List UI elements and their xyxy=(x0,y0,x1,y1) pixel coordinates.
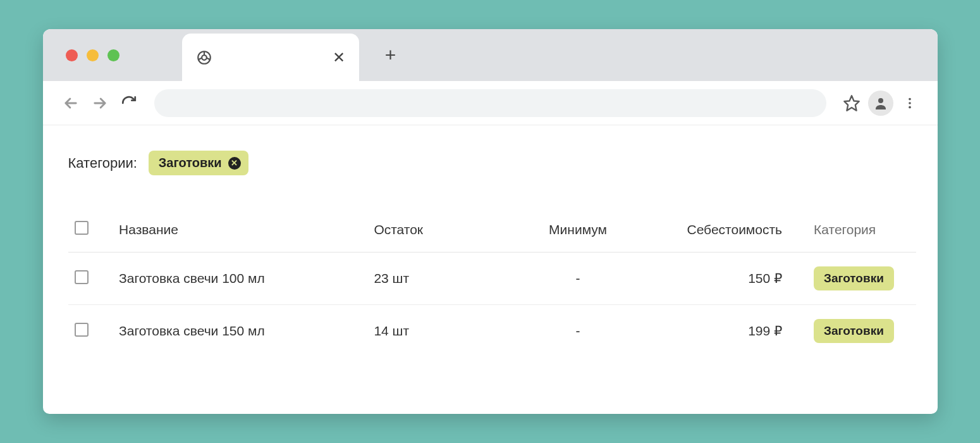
address-bar[interactable] xyxy=(154,89,826,117)
svg-point-3 xyxy=(878,98,883,103)
page-content: Категории: Заготовки ✕ Название Остаток … xyxy=(43,125,938,414)
browser-tab[interactable]: ✕ xyxy=(182,34,359,81)
filter-bar: Категории: Заготовки ✕ xyxy=(68,151,916,175)
svg-point-4 xyxy=(909,97,911,100)
close-tab-icon[interactable]: ✕ xyxy=(333,49,345,66)
close-window-button[interactable] xyxy=(66,49,78,61)
svg-point-1 xyxy=(202,55,207,60)
items-table: Название Остаток Минимум Себестоимость К… xyxy=(68,207,916,357)
browser-toolbar xyxy=(43,81,938,125)
svg-marker-2 xyxy=(844,96,859,110)
bookmark-star-icon[interactable] xyxy=(839,90,864,116)
select-all-checkbox[interactable] xyxy=(75,221,89,235)
kebab-menu-icon[interactable] xyxy=(897,90,922,116)
tab-strip: ✕ + xyxy=(43,29,938,81)
svg-point-5 xyxy=(909,102,911,104)
back-button[interactable] xyxy=(58,90,83,116)
filter-chip[interactable]: Заготовки ✕ xyxy=(149,151,248,175)
row-checkbox[interactable] xyxy=(75,270,89,284)
window-controls xyxy=(43,49,119,61)
forward-button[interactable] xyxy=(87,90,113,116)
header-stock[interactable]: Остаток xyxy=(367,207,495,253)
minimize-window-button[interactable] xyxy=(87,49,99,61)
header-category[interactable]: Категория xyxy=(807,207,916,253)
maximize-window-button[interactable] xyxy=(107,49,119,61)
cell-name: Заготовка свечи 100 мл xyxy=(113,253,367,305)
table-row[interactable]: Заготовка свечи 100 мл 23 шт - 150 ₽ Заг… xyxy=(68,253,916,305)
profile-avatar-icon[interactable] xyxy=(868,90,893,116)
cell-cost: 150 ₽ xyxy=(661,253,807,305)
filter-label: Категории: xyxy=(68,155,137,172)
browser-window: ✕ + Категории: Заготовки ✕ xyxy=(43,29,938,414)
cell-min: - xyxy=(495,253,661,305)
header-cost[interactable]: Себестоимость xyxy=(661,207,807,253)
table-row[interactable]: Заготовка свечи 150 мл 14 шт - 199 ₽ Заг… xyxy=(68,305,916,358)
reload-button[interactable] xyxy=(116,90,142,116)
cell-name: Заготовка свечи 150 мл xyxy=(113,305,367,358)
category-pill[interactable]: Заготовки xyxy=(814,319,894,343)
category-pill[interactable]: Заготовки xyxy=(814,266,894,290)
header-min[interactable]: Минимум xyxy=(495,207,661,253)
table-header-row: Название Остаток Минимум Себестоимость К… xyxy=(68,207,916,253)
cell-stock: 23 шт xyxy=(367,253,495,305)
header-name[interactable]: Название xyxy=(113,207,367,253)
chrome-icon xyxy=(196,49,212,66)
cell-cost: 199 ₽ xyxy=(661,305,807,358)
svg-point-6 xyxy=(909,106,911,108)
cell-stock: 14 шт xyxy=(367,305,495,358)
new-tab-button[interactable]: + xyxy=(372,29,410,81)
filter-chip-text: Заготовки xyxy=(159,156,222,170)
cell-min: - xyxy=(495,305,661,358)
remove-filter-icon[interactable]: ✕ xyxy=(228,157,241,170)
row-checkbox[interactable] xyxy=(75,323,89,337)
